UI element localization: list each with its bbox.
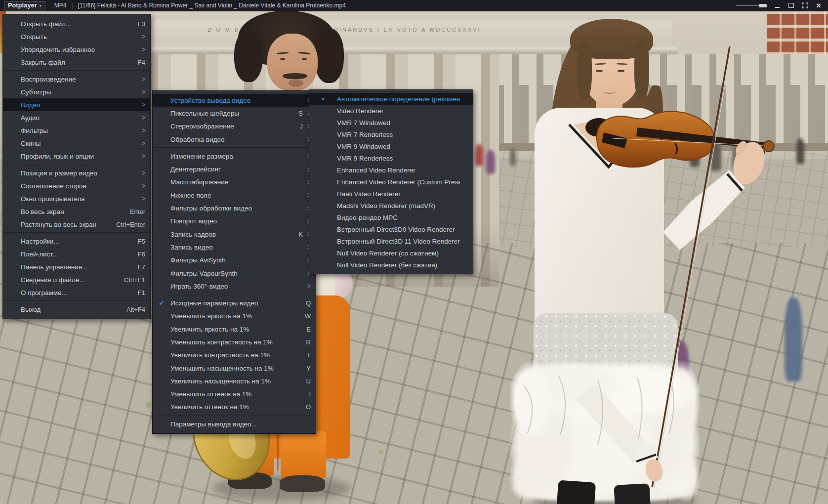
menu-item-madvr[interactable]: Madshi Video Renderer (madVR): [309, 200, 473, 211]
menu-item-pixel-shaders[interactable]: Пиксельные шейдерыS>: [153, 107, 316, 120]
menu-separator: [153, 147, 315, 148]
menu-item-label: Enhanced Video Renderer (Custom Present): [337, 178, 460, 186]
menu-item-meta: >: [141, 114, 145, 121]
menu-item-profiles-language-options[interactable]: Профили, язык и опции>: [3, 150, 150, 163]
menu-item-video-output-device[interactable]: Устройство вывода видео>: [153, 94, 316, 107]
pedestrian: [796, 138, 804, 164]
menu-item-about[interactable]: О программе...F1: [3, 286, 150, 299]
menu-item-shortcut: I: [309, 390, 311, 398]
menu-item-video-rotation[interactable]: Поворот видео>: [153, 215, 316, 228]
menu-item-open-file[interactable]: Открыть файл...F3: [3, 17, 150, 30]
menu-item-decrease-contrast[interactable]: Уменьшить контрастность на 1%R: [153, 336, 316, 348]
girl-hair-side: [577, 42, 592, 99]
menu-item-increase-hue[interactable]: Увеличить оттенок на 1%O: [153, 401, 316, 414]
menu-item-label: Играть 360°-видео: [170, 283, 298, 290]
menu-item-shortcut: W: [305, 312, 311, 320]
menu-item-exit[interactable]: ВыходAlt+F4: [3, 303, 150, 316]
man-pants-seam: [277, 429, 279, 470]
close-button[interactable]: ✕: [815, 2, 822, 9]
menu-item-video-processing[interactable]: Обработка видео>: [153, 133, 316, 146]
menu-item-player-window[interactable]: Окно проигрывателя>: [3, 192, 150, 205]
fullscreen-button[interactable]: [801, 2, 808, 9]
menu-item-auto-detect[interactable]: ●Автоматическое определение (рекомендует…: [309, 93, 473, 105]
menu-item-meta: F5: [138, 238, 145, 245]
menu-item-vmr9-windowed[interactable]: VMR 9 Windowed: [309, 140, 473, 152]
menu-item-label: Увеличить оттенок на 1%: [170, 403, 298, 411]
menu-item-stretch-fullscreen[interactable]: Растянуть во весь экранCtrl+Enter: [3, 218, 150, 231]
menu-item-close-file[interactable]: Закрыть файлF4: [3, 56, 150, 69]
girl-leg: [614, 483, 651, 504]
menu-item-meta: >: [141, 169, 145, 176]
menu-item-increase-saturation[interactable]: Увеличить насыщенность на 1%U: [153, 375, 316, 387]
menu-item-skins[interactable]: Скины>: [3, 137, 150, 150]
menu-item-original-video-params[interactable]: ✔Исходные параметры видеоQ: [153, 296, 316, 309]
menu-item-stereoscopic[interactable]: СтереоизображениеJ>: [153, 120, 316, 133]
menu-item-scaling[interactable]: Масштабирование>: [153, 176, 316, 189]
menu-item-null-uncompressed[interactable]: Null Video Renderer (без сжатия): [309, 259, 473, 271]
submenu-arrow-icon: >: [141, 101, 145, 109]
menu-item-evr[interactable]: Enhanced Video Renderer: [309, 164, 473, 176]
volume-slider[interactable]: [736, 4, 767, 7]
volume-slider-handle[interactable]: [759, 4, 767, 7]
menu-item-label: Video Renderer: [337, 107, 460, 115]
menu-item-null-compressed[interactable]: Null Video Renderer (со сжатием): [309, 247, 473, 259]
menu-item-video-renderer[interactable]: Video Renderer: [309, 105, 473, 117]
menu-item-label: Воспроизведение: [21, 76, 133, 83]
menu-item-label: Параметры вывода видео...: [170, 420, 303, 428]
girl-feather-skirt: [509, 360, 701, 503]
menu-item-builtin-d3d9[interactable]: Встроенный Direct3D9 Video Renderer: [309, 223, 473, 235]
menu-item-open[interactable]: Открыть>: [3, 30, 150, 43]
menu-item-shortcut: Q: [306, 299, 311, 307]
menu-item-decrease-hue[interactable]: Уменьшить оттенок на 1%I: [153, 388, 316, 401]
menu-item-fullscreen[interactable]: Во весь экранEnter: [3, 205, 150, 218]
man-hair-left: [234, 31, 263, 82]
submenu-arrow-icon: >: [141, 114, 145, 122]
menu-item-settings[interactable]: Настройки...F5: [3, 235, 150, 248]
menu-item-playlist[interactable]: Плей-лист...F6: [3, 248, 150, 260]
menu-item-evr-custom-present[interactable]: Enhanced Video Renderer (Custom Present): [309, 176, 473, 188]
menu-item-mpc-video-renderer[interactable]: Видео-рендер MPC: [309, 211, 473, 223]
menu-item-control-panel[interactable]: Панель управления...F7: [3, 260, 150, 273]
menu-item-decrease-saturation[interactable]: Уменьшить насыщенность на 1%Y: [153, 362, 316, 375]
menu-item-video-position-size[interactable]: Позиция и размер видео>: [3, 167, 150, 179]
menu-item-label: Поворот видео: [170, 217, 298, 225]
volume-slider-track: [736, 5, 762, 6]
menu-item-playback[interactable]: Воспроизведение>: [3, 73, 150, 85]
maximize-button[interactable]: [787, 2, 794, 9]
menu-item-deinterlacing[interactable]: Деинтерлейсинг>: [153, 163, 316, 175]
submenu-video: Устройство вывода видео>Пиксельные шейде…: [152, 90, 316, 434]
menu-item-aspect-ratio[interactable]: Соотношение сторон>: [3, 179, 150, 192]
menu-item-video-output-params[interactable]: Параметры вывода видео...: [153, 418, 316, 430]
menu-item-increase-contrast[interactable]: Увеличить контрастность на 1%T: [153, 349, 316, 362]
menu-item-label: Профили, язык и опции: [21, 153, 133, 160]
fullscreen-icon: [802, 2, 808, 8]
submenu-arrow-icon: >: [141, 195, 145, 203]
menu-item-vmr9-renderless[interactable]: VMR 9 Renderless: [309, 152, 473, 164]
menu-item-file-info[interactable]: Сведения о файле...Ctrl+F1: [3, 273, 150, 286]
menu-item-play-360-video[interactable]: Играть 360°-видео>: [153, 280, 316, 293]
menu-item-vmr7-windowed[interactable]: VMR 7 Windowed: [309, 117, 473, 128]
menu-item-vmr7-renderless[interactable]: VMR 7 Renderless: [309, 128, 473, 140]
radio-dot-icon: ●: [309, 96, 337, 101]
menu-item-frame-capture[interactable]: Запись кадровK>: [153, 228, 316, 241]
app-menu-button[interactable]: Potplayer ▾: [4, 1, 45, 10]
menu-item-vapoursynth-filters[interactable]: Фильтры VapourSynth>: [153, 267, 316, 280]
menu-item-label: Закрыть файл: [21, 59, 130, 66]
menu-item-video[interactable]: Видео>: [3, 98, 150, 111]
menu-item-subtitles[interactable]: Субтитры>: [3, 85, 150, 98]
menu-item-video-processing-filters[interactable]: Фильтры обработки видео>: [153, 202, 316, 214]
menu-item-audio[interactable]: Аудио>: [3, 111, 150, 124]
menu-item-decrease-brightness[interactable]: Уменьшить яркость на 1%W: [153, 310, 316, 323]
menu-item-increase-brightness[interactable]: Увеличить яркость на 1%E: [153, 323, 316, 336]
menu-item-label: Встроенный Direct3D9 Video Renderer: [337, 226, 460, 233]
menu-item-video-capture[interactable]: Запись видео>: [153, 241, 316, 253]
menu-item-label: Растянуть во весь экран: [21, 221, 108, 228]
menu-item-organize-favorites[interactable]: Упорядочить избранное>: [3, 43, 150, 56]
menu-item-builtin-d3d11[interactable]: Встроенный Direct3D 11 Video Renderer: [309, 235, 473, 247]
minimize-button[interactable]: [774, 2, 781, 9]
menu-item-bottom-field[interactable]: Нижнее поле>: [153, 189, 316, 202]
menu-item-filters[interactable]: Фильтры>: [3, 124, 150, 137]
menu-item-haali[interactable]: Haali Video Renderer: [309, 188, 473, 200]
menu-item-resize[interactable]: Изменение размера>: [153, 150, 316, 163]
menu-item-avisynth-filters[interactable]: Фильтры AviSynth>: [153, 254, 316, 267]
